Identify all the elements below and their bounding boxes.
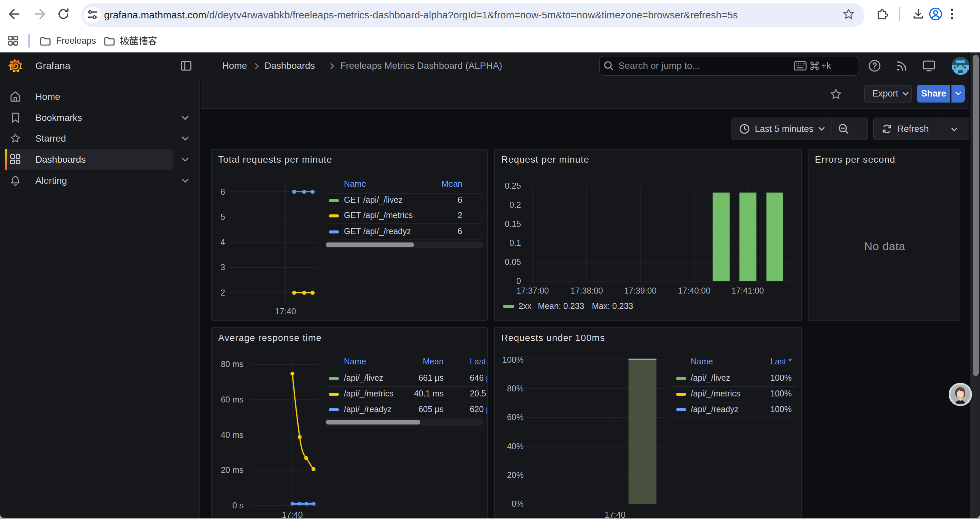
svg-text:0%: 0% <box>512 499 524 508</box>
svg-text:0: 0 <box>516 276 521 286</box>
svg-text:17:40: 17:40 <box>282 510 303 518</box>
svg-text:17:40: 17:40 <box>605 510 626 518</box>
svg-text:17:41:00: 17:41:00 <box>732 286 764 295</box>
svg-text:100%: 100% <box>502 355 524 364</box>
svg-text:60 ms: 60 ms <box>221 395 243 404</box>
svg-text:40 ms: 40 ms <box>221 430 243 439</box>
svg-text:80%: 80% <box>507 384 524 393</box>
svg-text:17:40:00: 17:40:00 <box>678 286 711 295</box>
svg-text:0.2: 0.2 <box>510 200 521 209</box>
svg-text:17:39:00: 17:39:00 <box>624 286 657 295</box>
svg-text:60%: 60% <box>507 412 524 422</box>
svg-text:0.05: 0.05 <box>505 257 521 267</box>
svg-text:0 s: 0 s <box>232 501 243 510</box>
svg-text:0.25: 0.25 <box>505 181 521 190</box>
svg-text:20 ms: 20 ms <box>221 465 243 474</box>
svg-text:17:37:00: 17:37:00 <box>517 286 549 295</box>
svg-text:4: 4 <box>221 238 225 247</box>
svg-text:0.15: 0.15 <box>505 219 521 228</box>
svg-text:5: 5 <box>221 212 225 222</box>
svg-text:2: 2 <box>221 288 225 297</box>
svg-text:3: 3 <box>221 262 225 272</box>
svg-text:6: 6 <box>221 187 225 196</box>
svg-text:20%: 20% <box>507 470 524 480</box>
svg-text:17:38:00: 17:38:00 <box>571 286 603 295</box>
svg-text:17:40: 17:40 <box>275 307 296 316</box>
svg-text:80 ms: 80 ms <box>221 359 243 369</box>
svg-text:0.1: 0.1 <box>510 238 521 248</box>
svg-text:40%: 40% <box>507 442 524 451</box>
